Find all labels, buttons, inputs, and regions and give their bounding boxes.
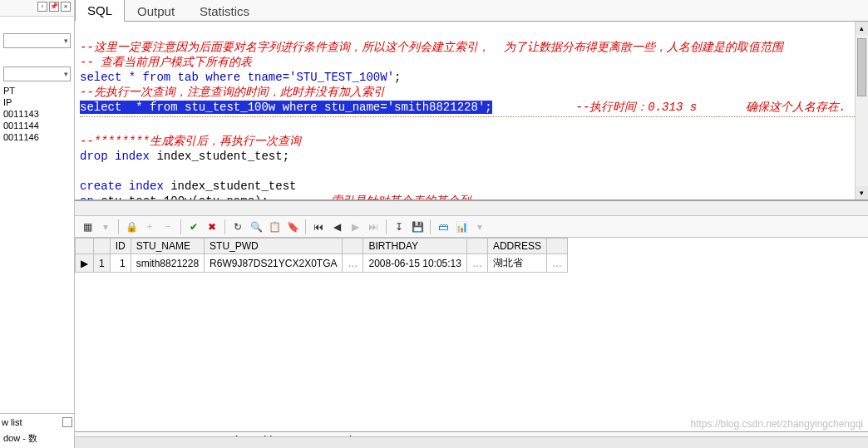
result-toolbar: ▦ ▾ 🔒 ＋ － ✔ ✖ ↻ 🔍 📋 🔖 ⏮ ◀ ▶ ⏭ ↧ 💾 🗃 📊	[75, 216, 868, 238]
splitter[interactable]	[75, 201, 868, 216]
tree-item[interactable]: 0011143	[2, 108, 72, 120]
scroll-thumb[interactable]	[857, 38, 866, 96]
commit-icon[interactable]: ✔	[186, 219, 201, 234]
scroll-down-icon[interactable]: ▾	[856, 186, 868, 199]
result-grid[interactable]: ID STU_NAME STU_PWD BIRTHDAY ADDRESS ▶ 1…	[75, 238, 868, 431]
cell-birthday[interactable]: 2008-06-15 10:05:13	[363, 254, 466, 273]
row-marker: ▶	[76, 254, 94, 273]
pin-icon[interactable]: ▫	[37, 2, 47, 12]
object-tree[interactable]: PT IP 0011143 0011144 0011146	[0, 83, 74, 413]
sql-comment: --执行时间：0.313 s 确保这个人名存在.	[576, 101, 846, 114]
sql-comment: --索引是针对某个表的某个列	[318, 194, 471, 201]
tab-statistics[interactable]: Statistics	[187, 0, 262, 22]
app-bottom-strip	[75, 436, 868, 448]
grid-rownum-header	[94, 239, 111, 254]
sql-kw: on	[80, 194, 101, 201]
close-icon[interactable]: ×	[61, 2, 71, 12]
col-header[interactable]: STU_PWD	[205, 239, 343, 254]
sql-kw: create index	[80, 180, 170, 193]
chart-icon[interactable]: 📊	[454, 219, 469, 234]
sql-comment: -- 查看当前用户模式下所有的表	[80, 56, 252, 69]
box-icon[interactable]	[62, 417, 72, 427]
col-header[interactable]: ADDRESS	[487, 239, 546, 254]
main-panel: SQL Output Statistics --这里一定要注意因为后面要对名字列…	[75, 0, 868, 448]
window-list-row: w list	[2, 416, 72, 429]
export-icon[interactable]: 🗃	[436, 219, 451, 234]
sql-ident: stu_test_100w(stu_name)	[101, 194, 261, 201]
dropdown-icon[interactable]: ▾	[472, 219, 487, 234]
panel-titlebar: ▫ 📌 ×	[0, 0, 74, 17]
tree-item[interactable]: 0011146	[2, 131, 72, 143]
next-icon[interactable]: ▶	[348, 219, 362, 234]
sql-ident: index_student_test	[156, 150, 282, 163]
sql-comment: --********生成索引后，再执行一次查询	[80, 135, 301, 148]
col-header[interactable]: ID	[110, 239, 131, 254]
last-icon[interactable]: ⏭	[366, 219, 381, 234]
refresh-icon[interactable]: ↻	[230, 219, 245, 234]
lock-icon[interactable]: 🔒	[124, 219, 139, 234]
chevron-down-icon: ▾	[64, 70, 68, 78]
sql-selected-line: select * from stu_test_100w where stu_na…	[80, 101, 492, 114]
pin-icon[interactable]: 📌	[49, 2, 59, 12]
first-icon[interactable]: ⏮	[311, 219, 326, 234]
window-list-label: w list	[2, 417, 22, 427]
sql-comment: --先执行一次查询，注意查询的时间，此时并没有加入索引	[80, 86, 385, 99]
col-header-extra[interactable]	[546, 239, 567, 254]
grid-data-row[interactable]: ▶ 1 1 smith8821228 R6W9J87DS21YCX2X0TGA …	[76, 254, 568, 273]
sql-comment: --这里一定要注意因为后面要对名字列进行条件查询，所以这个列会建立索引， 为了让…	[80, 41, 783, 54]
copy-icon[interactable]: 📋	[267, 219, 282, 234]
chevron-down-icon: ▾	[64, 37, 68, 45]
cell-address[interactable]: 湖北省	[487, 254, 546, 273]
rollback-icon[interactable]: ✖	[205, 219, 219, 234]
window-title-fragment: dow - 数	[2, 429, 72, 446]
col-header[interactable]: BIRTHDAY	[363, 239, 466, 254]
cell-more-icon[interactable]: …	[343, 254, 363, 273]
tree-item[interactable]: 0011144	[2, 120, 72, 131]
sql-editor[interactable]: --这里一定要注意因为后面要对名字列进行条件查询，所以这个列会建立索引， 为了让…	[75, 22, 868, 201]
tab-sql[interactable]: SQL	[75, 0, 125, 22]
tab-output[interactable]: Output	[125, 0, 187, 22]
watermark: https://blog.csdn.net/zhangyingchengqi	[691, 418, 863, 430]
grid-corner	[76, 239, 94, 254]
cell-id[interactable]: 1	[110, 254, 131, 273]
side-panel: ▫ 📌 × ▾ ▾ PT IP 0011143 0011144 0011146 …	[0, 0, 75, 448]
scroll-up-icon[interactable]: ▴	[856, 22, 868, 35]
section-divider	[80, 116, 863, 117]
vertical-scrollbar[interactable]: ▴ ▾	[855, 22, 868, 199]
tree-item[interactable]: PT	[2, 85, 72, 96]
prev-icon[interactable]: ◀	[329, 219, 344, 234]
cell-more-icon[interactable]: …	[466, 254, 487, 273]
row-number: 1	[94, 254, 111, 273]
grid-header-row: ID STU_NAME STU_PWD BIRTHDAY ADDRESS	[76, 239, 568, 254]
sql-ident: index_student_test	[170, 180, 296, 193]
delete-row-icon[interactable]: －	[160, 219, 175, 234]
grid-icon[interactable]: ▦	[80, 219, 95, 234]
tab-bar: SQL Output Statistics	[75, 0, 868, 22]
col-header-extra[interactable]	[466, 239, 487, 254]
save-icon[interactable]: 💾	[410, 219, 425, 234]
bookmark-icon[interactable]: 🔖	[285, 219, 300, 234]
add-row-icon[interactable]: ＋	[142, 219, 157, 234]
object-dropdown[interactable]: ▾	[3, 66, 71, 81]
cell-stu-name[interactable]: smith8821228	[131, 254, 204, 273]
sql-str: 'STU_TEST_100W'	[289, 71, 394, 84]
tree-item[interactable]: IP	[2, 96, 72, 108]
fetch-icon[interactable]: ↧	[392, 219, 407, 234]
col-header[interactable]: STU_NAME	[131, 239, 204, 254]
dropdown-icon[interactable]: ▾	[98, 219, 113, 234]
find-icon[interactable]: 🔍	[249, 219, 264, 234]
sql-kw: drop index	[80, 150, 156, 163]
sql-kw: select * from tab where tname=	[80, 71, 289, 84]
cell-more-icon[interactable]: …	[546, 254, 567, 273]
schema-dropdown[interactable]: ▾	[3, 33, 71, 48]
col-header-extra[interactable]	[343, 239, 363, 254]
cell-stu-pwd[interactable]: R6W9J87DS21YCX2X0TGA	[205, 254, 343, 273]
